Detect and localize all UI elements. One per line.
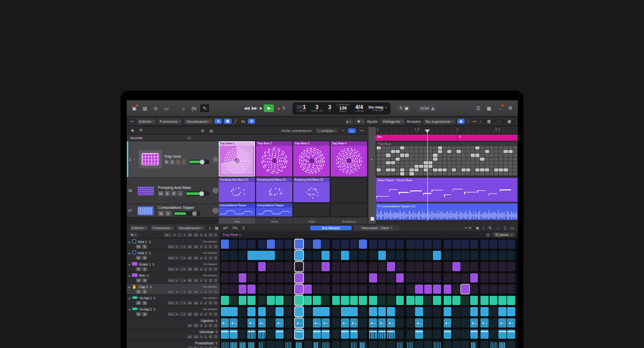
step-cell[interactable] xyxy=(387,251,395,260)
row-stepper[interactable]: ⇅ xyxy=(152,263,155,266)
step-cell[interactable] xyxy=(406,240,415,249)
step-cell[interactable] xyxy=(480,307,489,316)
step-cell[interactable] xyxy=(387,273,395,282)
step-cell[interactable] xyxy=(239,240,247,249)
volume-slider[interactable] xyxy=(174,211,200,216)
step-cell[interactable] xyxy=(444,330,452,339)
seq-subrow-velocidad[interactable]: Velocidad⇅◂DD▸▾▴⊡⊡ xyxy=(127,329,220,340)
step-cell[interactable] xyxy=(239,307,247,316)
step-cell[interactable] xyxy=(341,330,349,339)
step-cell[interactable] xyxy=(406,262,415,271)
step-cell[interactable] xyxy=(350,251,358,260)
menu-edición[interactable]: Edición▾ xyxy=(137,119,156,124)
seq-right-icon-4[interactable]: ↔ xyxy=(495,226,501,230)
seq-right-icon-3[interactable]: ⇅ xyxy=(487,226,493,230)
step-cell[interactable] xyxy=(415,285,423,294)
step-cell[interactable] xyxy=(444,285,452,294)
step-cell[interactable]: ◆▸ xyxy=(378,318,386,328)
row-ctrl-4[interactable]: ⊡ xyxy=(209,301,213,305)
step-cell[interactable] xyxy=(498,240,507,249)
loop-cell-trap-beat-3[interactable]: Trap Beat 3 xyxy=(293,141,330,177)
row-ctrl-3[interactable]: ▴ xyxy=(204,290,208,294)
seq-tool-icon-3[interactable]: ⟳▸ xyxy=(232,226,239,230)
step-cell[interactable] xyxy=(396,307,404,316)
step-cell[interactable] xyxy=(221,285,229,294)
record-enable-button[interactable]: R xyxy=(171,191,177,196)
step-cell[interactable] xyxy=(490,341,498,348)
step-cell[interactable] xyxy=(267,341,275,348)
seq-header-ctrl-0[interactable]: Se… xyxy=(164,233,172,237)
step-cell[interactable] xyxy=(490,330,498,339)
step-cell[interactable] xyxy=(452,285,461,294)
step-cell[interactable] xyxy=(396,318,404,328)
step-cell[interactable] xyxy=(461,296,469,305)
pan-knob[interactable] xyxy=(212,187,219,194)
row-ctrl-5[interactable]: ⊡ xyxy=(214,267,218,271)
seq-header-ctrl-8[interactable]: ⊡ xyxy=(209,233,213,237)
step-cell[interactable] xyxy=(498,296,507,305)
row-ctrl-4[interactable]: ⊡ xyxy=(209,267,213,271)
loop-cell-trap-beat-1[interactable]: Trap Beat 1 xyxy=(219,141,255,177)
step-cell[interactable] xyxy=(350,240,358,249)
step-cell[interactable] xyxy=(221,273,229,282)
step-cell[interactable] xyxy=(267,307,275,316)
step-cell[interactable] xyxy=(359,307,367,316)
seq-tool-icon-0[interactable]: ◑ xyxy=(207,226,212,230)
count-in-label[interactable]: 1234 xyxy=(420,106,429,111)
seq-header-ctrl-6[interactable]: ▾ xyxy=(200,233,203,237)
step-cell[interactable] xyxy=(341,273,349,282)
step-cell[interactable] xyxy=(341,296,349,305)
row-direction-select[interactable]: → ▾ xyxy=(179,312,186,316)
seq-row-rim[interactable]: ▸Rim⇅Act./desact.MSSen… ▾→ ▾◂DD▸▾▴⊡⊡ xyxy=(127,272,220,284)
step-cell[interactable] xyxy=(378,262,386,271)
display-icon[interactable]: ▭ xyxy=(162,104,171,112)
subrow-ctrl-5[interactable]: ⊡ xyxy=(214,335,218,339)
step-cell[interactable] xyxy=(313,341,321,348)
step-cell[interactable] xyxy=(378,273,386,282)
step-cell[interactable] xyxy=(452,296,461,305)
row-mute-button[interactable]: M xyxy=(136,312,141,316)
edit-mode-on-button[interactable]: Act./desact. xyxy=(310,226,352,230)
step-cell[interactable] xyxy=(359,318,367,328)
step-cell[interactable] xyxy=(359,341,367,348)
row-mute-button[interactable]: M xyxy=(136,256,141,260)
view-toggle-1[interactable]: ▦ xyxy=(224,119,232,124)
step-cell[interactable] xyxy=(267,330,275,339)
row-ctrl-1[interactable]: D▸ xyxy=(193,256,198,260)
menu-funciones[interactable]: Funciones▾ xyxy=(158,119,182,124)
step-cell[interactable] xyxy=(415,273,423,282)
row-mute-button[interactable]: M xyxy=(136,245,141,249)
step-cell[interactable] xyxy=(424,240,432,249)
step-cell[interactable] xyxy=(295,341,303,348)
link-toggle-button[interactable]: ↔ xyxy=(348,128,356,133)
loop-cell-computations-topper[interactable]: Computations Topper xyxy=(219,203,255,216)
mute-button[interactable]: M xyxy=(158,211,164,216)
step-cell[interactable] xyxy=(295,285,303,294)
subrow-ctrl-4[interactable]: ⊡ xyxy=(209,323,213,328)
step-cell[interactable] xyxy=(480,296,489,305)
step-cell[interactable] xyxy=(461,262,469,271)
step-cell[interactable] xyxy=(507,341,515,348)
step-cell[interactable] xyxy=(424,296,432,305)
seq-row-hi-hat-1[interactable]: ▸Hi-Hat 1⇅Act./desact.MSSen… ▾→ ▾◂DD▸▾▴⊡… xyxy=(127,295,220,306)
step-cell[interactable] xyxy=(369,296,377,305)
loop-cell-pumping-acid-bass-c3[interactable]: Pumping Acid Bass C3 xyxy=(293,178,330,202)
step-cell[interactable] xyxy=(406,296,415,305)
step-cell[interactable] xyxy=(332,330,340,339)
row-send-select[interactable]: Sen… ▾ xyxy=(168,256,179,260)
row-ctrl-5[interactable]: ⊡ xyxy=(214,256,218,260)
step-cell[interactable] xyxy=(304,285,312,294)
step-cell[interactable] xyxy=(424,251,432,260)
row-ctrl-3[interactable]: ▴ xyxy=(204,278,208,282)
row-ctrl-5[interactable]: ⊡ xyxy=(214,245,218,249)
step-cell[interactable] xyxy=(229,240,238,249)
edit-mode-value-select[interactable]: Velocidad / Valor⇅ xyxy=(354,225,400,231)
step-cell[interactable] xyxy=(406,285,415,294)
horizontal-zoom-slider[interactable]: ↔ xyxy=(498,120,515,123)
track-header-trap-door[interactable]: 1›Trap DoorMSRI xyxy=(127,141,219,178)
seq-row-hi-hat-2[interactable]: ▾Hi-Hat 2⇅Act./desact.MSSen… ▾→ ▾◂DD▸▾▴⊡… xyxy=(127,306,220,317)
row-ctrl-2[interactable]: ▾ xyxy=(200,301,203,305)
step-cell[interactable] xyxy=(267,318,275,328)
loop-cell-pumping-acid-bass-c2[interactable]: Pumping Acid Bass C2 xyxy=(256,178,292,202)
seq-right-icon-1[interactable]: ◆ xyxy=(475,226,480,230)
